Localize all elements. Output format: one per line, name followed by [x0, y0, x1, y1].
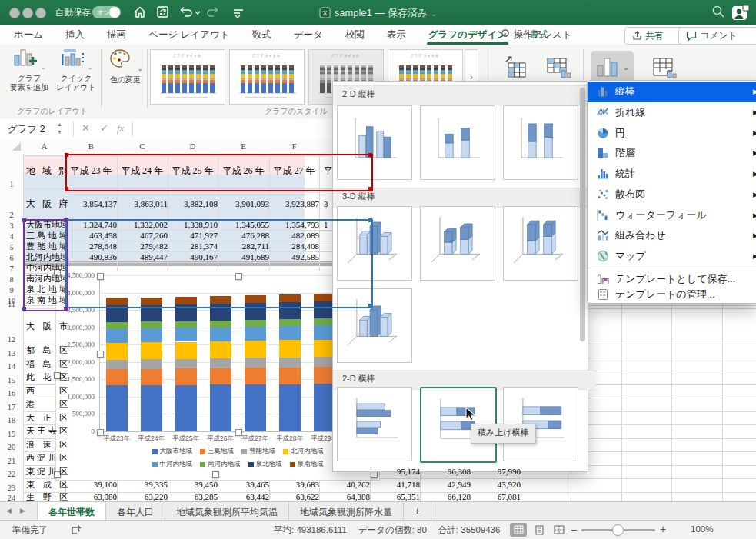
comment-button[interactable]: コメント: [678, 27, 756, 45]
cell-J22[interactable]: 97,990: [471, 465, 524, 479]
cell-A24[interactable]: 生 野 区: [24, 492, 70, 502]
menu-item-階層[interactable]: 階層▶: [588, 143, 756, 164]
row-header-2[interactable]: 2: [0, 188, 24, 220]
row-header-20[interactable]: 20: [0, 438, 24, 453]
row-header-22[interactable]: 22: [0, 465, 24, 480]
switch-row-column-button[interactable]: [497, 51, 534, 85]
bar-segment-大阪市地域[interactable]: [279, 384, 301, 431]
row-header-16[interactable]: 16: [0, 384, 24, 399]
zoom-slider-knob[interactable]: [612, 524, 624, 536]
cell-A6[interactable]: 北河内地域: [24, 251, 70, 262]
selection-handle[interactable]: [97, 273, 104, 280]
bar-segment-北河内地域[interactable]: [245, 341, 266, 358]
selection-handle[interactable]: [235, 273, 242, 280]
bar-segment-北河内地域[interactable]: [106, 343, 128, 360]
panel-scrollbar[interactable]: [580, 88, 585, 341]
cell-C2[interactable]: 3,863,011: [117, 188, 171, 219]
embedded-chart[interactable]: 4,500,0004,000,0003,500,0003,000,0002,50…: [55, 271, 380, 481]
cell-I23[interactable]: 42,949: [420, 478, 474, 492]
cell-A15[interactable]: 此 花 区: [24, 371, 70, 384]
cell-D6[interactable]: 490,167: [168, 251, 221, 262]
cell-A21[interactable]: 西 淀 川 区: [24, 451, 70, 465]
row-header-6[interactable]: 6: [0, 251, 24, 263]
cell-D1[interactable]: 平成 25 年: [168, 154, 218, 188]
cell-A5[interactable]: 豊 能 地 域: [24, 241, 70, 251]
cell-G2[interactable]: 3: [319, 188, 375, 219]
cell-A1[interactable]: 地 域 別: [24, 154, 70, 188]
bar-segment-三島地域[interactable]: [141, 369, 162, 385]
cell-B4[interactable]: 463,498: [65, 230, 120, 241]
cell-A2[interactable]: 大 阪 府: [24, 188, 70, 219]
bar-segment-南河内地域[interactable]: [245, 320, 266, 327]
bar-segment-大阪市地域[interactable]: [106, 385, 128, 431]
bar-segment-泉南地域[interactable]: [210, 296, 231, 304]
col-stacked-thumb[interactable]: [420, 105, 495, 180]
bar-segment-三島地域[interactable]: [175, 368, 197, 384]
row-header-23[interactable]: 23: [0, 478, 24, 493]
selection-handle[interactable]: [97, 429, 104, 436]
bar-segment-豊能地域[interactable]: [210, 358, 231, 368]
tab-校閲[interactable]: 校閲: [344, 25, 366, 45]
col-100-thumb[interactable]: [503, 105, 578, 180]
cell-A19[interactable]: 天 王 寺 区: [24, 424, 70, 438]
bar-segment-中河内地域[interactable]: [210, 328, 231, 341]
cell-D5[interactable]: 281,374: [168, 241, 221, 251]
bar-segment-中河内地域[interactable]: [279, 326, 301, 340]
cell-B24[interactable]: 63,080: [65, 492, 120, 502]
cell-D4[interactable]: 471,927: [168, 230, 221, 241]
cell-F2[interactable]: 3,923,887: [269, 188, 322, 219]
bar-segment-南河内地域[interactable]: [279, 319, 301, 326]
cell-A14[interactable]: 福 島 区: [24, 358, 70, 371]
bar-segment-豊能地域[interactable]: [141, 359, 162, 369]
chart-style-thumb-1[interactable]: グラフ タイトル: [150, 49, 225, 105]
row-header-14[interactable]: 14: [0, 358, 24, 372]
bar-segment-泉北地域[interactable]: [279, 302, 301, 319]
share-button[interactable]: 共有: [624, 27, 686, 45]
cell-C3[interactable]: 1,332,002: [117, 219, 171, 230]
bar-segment-北河内地域[interactable]: [279, 340, 301, 357]
tab-表示[interactable]: 表示: [385, 25, 408, 45]
selection-handle[interactable]: [97, 351, 104, 358]
cell-I24[interactable]: 66,128: [420, 492, 474, 502]
row-header-15[interactable]: 15: [0, 371, 24, 385]
cell-B2[interactable]: 3,854,137: [65, 188, 120, 219]
cell-A22[interactable]: 東 淀 川 区: [24, 465, 70, 479]
zoom-level[interactable]: 100%: [691, 524, 713, 534]
cell-H23[interactable]: 41,718: [370, 478, 423, 492]
cell-A23[interactable]: 東 成 区: [24, 478, 70, 492]
add-chart-element-button[interactable]: ⌄ グラフ要素を追加: [6, 48, 52, 92]
bar-segment-泉南地域[interactable]: [175, 297, 197, 304]
tab-assistant[interactable]: 操作アシスト: [498, 25, 574, 45]
selection-handle[interactable]: [235, 429, 242, 436]
row-header-7[interactable]: 7: [0, 262, 24, 274]
tab-データ[interactable]: データ: [292, 25, 325, 45]
menu-item-縦棒[interactable]: 縦棒▶: [588, 82, 756, 102]
row-header-8[interactable]: 8: [0, 273, 24, 284]
cell-F1[interactable]: 平成 27 年: [269, 154, 319, 188]
menu-item-ウォーターフォール[interactable]: ウォーターフォール▶: [588, 205, 756, 225]
cell-E3[interactable]: 1,345,055: [218, 219, 272, 230]
menu-item-組み合わせ[interactable]: 組み合わせ▶: [588, 225, 756, 246]
cell-D2[interactable]: 3,882,108: [168, 188, 221, 219]
menu-item-テンプレートとして保存...[interactable]: テンプレートとして保存...: [588, 271, 756, 287]
bar-segment-大阪市地域[interactable]: [210, 384, 231, 431]
bar-segment-三島地域[interactable]: [245, 368, 266, 384]
bar-segment-豊能地域[interactable]: [245, 358, 266, 368]
bar-segment-北河内地域[interactable]: [175, 342, 197, 359]
bar-segment-三島地域[interactable]: [106, 369, 128, 385]
cell-C23[interactable]: 39,335: [117, 478, 171, 492]
cell-D23[interactable]: 39,450: [168, 478, 221, 492]
row-header-19[interactable]: 19: [0, 424, 24, 439]
cell-H22[interactable]: 95,174: [370, 465, 423, 479]
page-layout-view-icon[interactable]: [531, 523, 548, 537]
bar-segment-南河内地域[interactable]: [210, 321, 231, 328]
menu-item-散布図[interactable]: 散布図▶: [588, 185, 756, 205]
bar-segment-三島地域[interactable]: [210, 368, 231, 384]
bar-segment-中河内地域[interactable]: [245, 327, 266, 341]
cell-E6[interactable]: 491,689: [218, 251, 272, 262]
row-header-3[interactable]: 3: [0, 219, 24, 231]
cell-D3[interactable]: 1,338,910: [168, 219, 221, 230]
cell-F23[interactable]: 39,683: [269, 478, 322, 492]
cell-A13[interactable]: 都 島 区: [24, 344, 70, 358]
cell-I22[interactable]: 96,308: [420, 465, 474, 479]
